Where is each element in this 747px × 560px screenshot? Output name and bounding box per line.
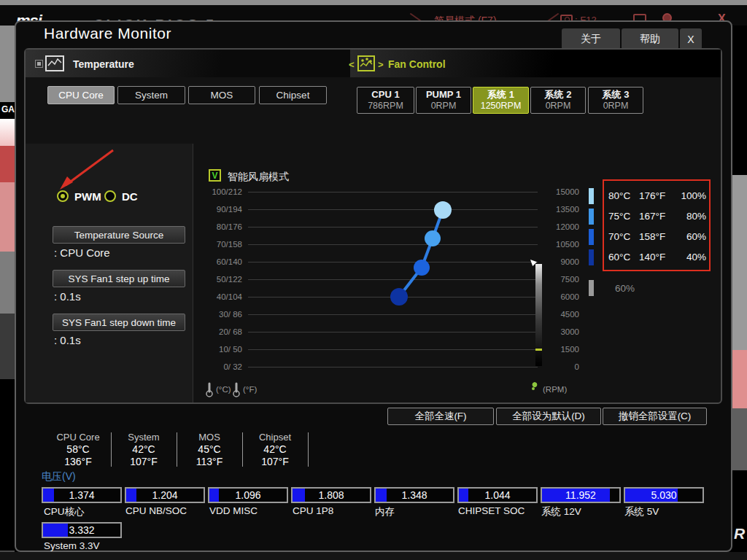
fan-tab-sys1[interactable]: 系统 1 1250RPM [473,87,529,114]
fan-tab-rpm: 786RPM [368,101,403,112]
bg-left-white [0,119,15,146]
bios-screen: msi CLICK BIOS 5 简易模式 (F7) : F12 X GA R … [0,0,747,560]
set-default-button[interactable]: 全部设为默认(D) [496,408,601,425]
fahrenheit-thermometer-icon [232,381,241,397]
voltage-gauge: 1.096 [208,487,288,503]
undo-all-button[interactable]: 撤销全部设置(C) [603,408,707,425]
curve-row-4: 60°C140°F40% [608,246,706,267]
voltage-label: CPU核心 [44,505,85,518]
window-title: Hardware Monitor [44,25,171,42]
fan-prev-arrow[interactable]: < [349,59,355,70]
bg-top-strip [0,0,747,5]
bg-right-gray2 [732,408,747,470]
fan-tab-name: 系统 2 [545,89,572,101]
curve-color-bar-3 [589,229,594,245]
fan-control-section-label: Fan Control [388,58,446,70]
fan-tab-name: 系统 1 [487,89,514,101]
status-mos: MOS45°C113°F [177,432,242,468]
pwm-radio[interactable] [57,190,69,202]
voltage-label: 内存 [375,505,395,518]
voltage-label: System 3.3V [44,540,100,551]
fan-tab-sys3[interactable]: 系统 3 0RPM [588,87,643,114]
fan-tab-cpu1[interactable]: CPU 1 786RPM [357,87,414,114]
about-button[interactable]: 关于 [562,28,620,50]
bg-left-gray [0,26,15,102]
voltage-label: CPU 1P8 [293,505,333,516]
fan-control-icon [357,55,375,71]
fan-tab-name: CPU 1 [371,89,399,101]
curve-row-3: 70°C158°F60% [608,226,706,246]
pwm-label: PWM [74,190,101,203]
temperature-section-label: Temperature [73,58,134,70]
status-system: System42°C107°F [111,432,177,468]
close-button[interactable]: X [680,28,702,50]
voltage-label: 系统 5V [624,505,659,518]
curve-color-bar-1 [589,188,594,204]
dc-label: DC [122,190,138,203]
fan-tab-rpm: 0RPM [546,101,571,112]
fahrenheit-unit-label: (°F) [243,385,257,394]
status-divider [308,432,309,467]
bg-left-pink [0,182,15,252]
bg-right-letter: R [734,525,745,542]
bg-bottom-strip [0,552,747,560]
fan-next-arrow[interactable]: > [378,59,384,70]
help-button[interactable]: 帮助 [622,28,678,50]
voltage-label: CHIPSET SOC [458,505,525,516]
temperature-checkbox-icon[interactable] [35,60,43,68]
celsius-unit-label: (°C) [216,385,231,394]
manual-percent-label: 60% [615,283,635,294]
temp-axis-ticks: 100/21290/194 80/17670/158 60/14050/122 … [196,183,242,376]
temperature-source-button[interactable]: Temperature Source [53,226,185,244]
curve-row-1: 80°C176°F100% [608,185,706,206]
pane-divider [193,144,193,402]
bg-left-dark [0,314,15,379]
fan-curve-point-2[interactable] [414,260,430,276]
bg-right-gray [732,175,747,350]
step-up-time-button[interactable]: SYS Fan1 step up time [53,270,185,287]
tab-system[interactable]: System [117,86,185,104]
fan-tab-rpm: 0RPM [431,101,457,112]
manual-color-bar [589,280,594,296]
fan-curve-point-1[interactable] [390,288,408,306]
fan-tab-pump1[interactable]: PUMP 1 0RPM [416,87,471,114]
voltage-gauge: 1.808 [291,487,371,503]
bg-left-red [0,146,15,182]
curve-row-2: 75°C167°F80% [608,206,706,226]
voltage-gauge: 1.044 [457,487,538,503]
fan-tab-name: PUMP 1 [426,89,461,101]
fan-tab-name: 系统 3 [603,89,630,101]
status-cpu-core: CPU Core58°C136°F [45,432,111,468]
bg-left-gray2 [0,252,15,314]
voltage-section-title: 电压(V) [42,470,76,483]
voltage-gauge: 5.030 [624,487,704,503]
curve-color-bar-2 [589,209,594,225]
voltage-gauge: 3.332 [42,522,122,538]
smart-fan-checkbox[interactable]: V [209,169,221,182]
step-down-time-button[interactable]: SYS Fan1 step down time [53,314,185,331]
step-down-time-value: : 0.1s [54,334,81,346]
voltage-label: CPU NB/SOC [125,505,187,516]
voltage-gauge: 1.374 [42,487,122,503]
tab-cpu-core[interactable]: CPU Core [47,86,115,104]
dc-radio[interactable] [104,190,116,202]
voltage-gauge: 1.348 [374,487,454,503]
fan-icon [527,382,540,395]
voltage-label: 系统 12V [541,505,581,518]
curve-color-bar-4 [589,249,594,265]
fan-curve-point-3[interactable] [425,230,441,246]
voltage-label: VDD MISC [209,505,258,516]
tab-mos[interactable]: MOS [188,86,255,104]
game-boost-label: GA [1,104,15,114]
full-speed-button[interactable]: 全部全速(F) [387,408,494,425]
pwm-radio-dot [61,194,65,198]
fan-curve-point-4[interactable] [434,201,452,219]
voltage-gauge: 1.204 [125,487,205,503]
rpm-unit-label: (RPM) [543,385,567,394]
fan-tab-sys2[interactable]: 系统 2 0RPM [530,87,586,114]
temperature-source-value: : CPU Core [54,246,110,259]
fan-tab-rpm: 1250RPM [481,101,522,112]
fan-curve-plot [248,182,540,376]
temperature-chart-icon [45,55,64,71]
tab-chipset[interactable]: Chipset [259,86,327,104]
